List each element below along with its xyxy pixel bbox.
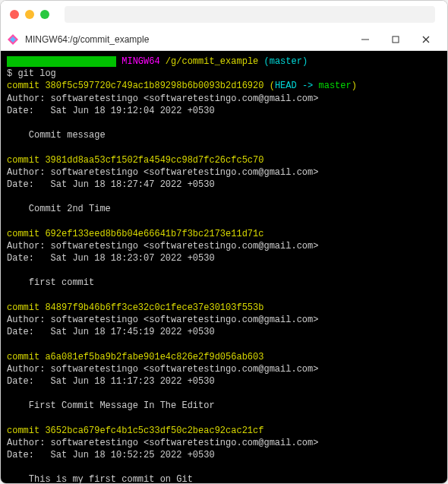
prompt-line: MINGW64 /g/commit_example (master) (7, 55, 441, 68)
commit-message: Commit message (7, 129, 441, 141)
app-icon (7, 33, 19, 46)
commit-message: Commit 2nd Time (7, 203, 441, 215)
mac-titlebar (1, 1, 447, 28)
date-line: Date: Sat Jun 18 10:52:25 2022 +0530 (7, 449, 441, 461)
commit-hash: 692ef133eed8b6b04e66641b7f3bc2173e11d71c (45, 229, 263, 239)
date-line: Date: Sat Jun 18 18:23:07 2022 +0530 (7, 252, 441, 264)
commit-hash: 380f5c597720c749ac1b89298b6b0093b2d16920 (45, 81, 263, 91)
date-line: Date: Sat Jun 18 11:17:23 2022 +0530 (7, 375, 441, 388)
app-window: MINGW64:/g/commit_example MINGW64 /g/com… (0, 0, 448, 484)
head-branch: master (318, 81, 351, 91)
commit-line: commit 3652bca679efc4b1c5c33df50c2beac92… (7, 425, 441, 437)
commit-hash: 3652bca679efc4b1c5c33df50c2beac92cac21cf (45, 425, 263, 436)
command-text: git log (17, 68, 55, 79)
svg-rect-3 (393, 36, 399, 43)
commit-hash: 84897f9b46b6ff3ce32c0c1fece37e30103f553b (45, 302, 263, 313)
author-line: Author: softwaretestingo <softwaretestin… (7, 437, 441, 449)
commit-prefix: commit (7, 81, 45, 91)
close-button[interactable] (411, 28, 441, 51)
head-ref: HEAD -> (275, 81, 319, 91)
date-line: Date: Sat Jun 18 19:12:04 2022 +0530 (7, 105, 441, 117)
maximize-window-button[interactable] (40, 10, 49, 19)
prompt-path: /g/commit_example (160, 56, 264, 67)
minimize-window-button[interactable] (25, 10, 34, 19)
head-open: ( (263, 81, 274, 91)
commit-line: commit 692ef133eed8b6b04e66641b7f3bc2173… (7, 228, 441, 240)
commit-line: commit 3981dd8aa53cf1502fa4549cc98d7fc26… (7, 154, 441, 166)
close-window-button[interactable] (10, 10, 19, 19)
author-line: Author: softwaretestingo <softwaretestin… (7, 93, 441, 105)
head-close: ) (352, 81, 357, 91)
commit-prefix: commit (7, 352, 45, 362)
date-line: Date: Sat Jun 18 18:27:47 2022 +0530 (7, 179, 441, 191)
commit-line: commit a6a081ef5ba9b2fabe901e4c826e2f9d0… (7, 351, 441, 363)
author-line: Author: softwaretestingo <softwaretestin… (7, 363, 441, 375)
prompt-env: MINGW64 (121, 56, 159, 67)
commit-line: commit 84897f9b46b6ff3ce32c0c1fece37e301… (7, 302, 441, 314)
commit-hash: a6a081ef5ba9b2fabe901e4c826e2f9d056ab603 (45, 352, 263, 362)
author-line: Author: softwaretestingo <softwaretestin… (7, 314, 441, 326)
author-line: Author: softwaretestingo <softwaretestin… (7, 166, 441, 179)
commit-prefix: commit (7, 155, 45, 166)
commit-prefix: commit (7, 302, 45, 313)
window-controls (350, 28, 441, 51)
address-bar[interactable] (65, 6, 435, 23)
prompt-userhost (7, 56, 116, 67)
commit-prefix: commit (7, 229, 45, 239)
minimize-button[interactable] (350, 28, 380, 51)
commit-hash: 3981dd8aa53cf1502fa4549cc98d7fc26cfc5c70 (45, 155, 263, 166)
prompt-branch: (master) (263, 56, 308, 67)
app-title: MINGW64:/g/commit_example (25, 34, 350, 45)
commit-prefix: commit (7, 425, 45, 436)
commit-message: first commit (7, 277, 441, 289)
command-line: $ git log (7, 68, 441, 80)
restore-button[interactable] (380, 28, 411, 51)
commit-line: commit 380f5c597720c749ac1b89298b6b0093b… (7, 80, 441, 92)
author-line: Author: softwaretestingo <softwaretestin… (7, 240, 441, 252)
commit-message: This is my first commit on Git (7, 473, 441, 483)
terminal-body[interactable]: MINGW64 /g/commit_example (master)$ git … (1, 51, 447, 483)
date-line: Date: Sat Jun 18 17:45:19 2022 +0530 (7, 326, 441, 338)
commit-message: First Commit Message In The Editor (7, 400, 441, 412)
win-titlebar: MINGW64:/g/commit_example (1, 28, 447, 51)
prompt-dollar: $ (7, 68, 17, 79)
